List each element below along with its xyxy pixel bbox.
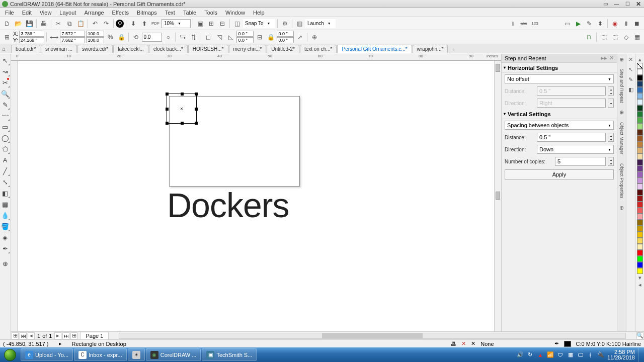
color-eyedropper-tool[interactable]: 💧: [0, 210, 10, 221]
taskbar-item[interactable]: ✶: [128, 348, 145, 361]
new-button[interactable]: 🗋: [2, 19, 12, 29]
maximize-button[interactable]: ☐: [624, 1, 631, 7]
menu-edit[interactable]: Edit: [18, 9, 36, 17]
vtab-object-properties[interactable]: Object Properties: [618, 160, 625, 202]
123-icon[interactable]: 123: [530, 19, 540, 29]
color-swatch[interactable]: [637, 123, 643, 129]
edit-tool-icon[interactable]: ✎: [627, 76, 634, 83]
rotation-input[interactable]: [142, 33, 162, 42]
horizontal-scrollbar[interactable]: [119, 333, 626, 339]
parallel-dimension-tool[interactable]: ╱: [0, 165, 10, 176]
horizontal-ruler[interactable]: 0 10 20 30 40 50 60 70 80 90 inches: [11, 54, 501, 61]
print-button[interactable]: 🖶: [39, 19, 49, 29]
export-button[interactable]: ⬆: [139, 19, 149, 29]
color-swatch[interactable]: [637, 177, 643, 184]
crop-tool[interactable]: ✂: [0, 77, 10, 88]
docker-close-icon[interactable]: ✕: [609, 55, 614, 61]
first-page-button[interactable]: ⏮: [20, 332, 27, 339]
color-swatch[interactable]: [637, 214, 643, 220]
tray-sync-icon[interactable]: ↻: [527, 351, 534, 358]
menu-table[interactable]: Table: [179, 9, 200, 17]
outline-button[interactable]: ▦: [632, 32, 642, 42]
stop-icon[interactable]: ⏹: [632, 19, 642, 29]
corner-shape-2[interactable]: ◹: [214, 32, 224, 42]
menu-tools[interactable]: Tools: [200, 9, 221, 17]
color-swatch[interactable]: [637, 220, 643, 226]
color-swatch[interactable]: [637, 105, 643, 111]
palette-up-icon[interactable]: ▴: [636, 56, 643, 63]
color-swatch[interactable]: [637, 196, 643, 202]
tray-defender-icon[interactable]: 🛡: [557, 351, 564, 358]
show-desktop-button[interactable]: [638, 348, 642, 362]
zoom-tool[interactable]: 🔍: [0, 88, 10, 99]
no-color-swatch[interactable]: [637, 63, 643, 69]
corner-shape-3[interactable]: ◺: [225, 32, 235, 42]
color-swatch[interactable]: [637, 75, 643, 81]
taskbar-item[interactable]: CInbox - expr...: [74, 348, 127, 361]
minimize-button[interactable]: —: [613, 1, 620, 7]
selected-rectangle[interactable]: ×: [167, 94, 197, 124]
color-swatch[interactable]: [637, 69, 643, 75]
status-icon-1[interactable]: 🖶: [451, 341, 456, 347]
rotation-reset-icon[interactable]: ○: [163, 32, 173, 42]
menu-bitmaps[interactable]: Bitmaps: [133, 9, 161, 17]
welcome-screen-icon[interactable]: ⌂: [2, 46, 9, 52]
record-stop-icon[interactable]: ▭: [562, 19, 572, 29]
system-clock[interactable]: 2:58 PM 11/28/2018: [607, 349, 635, 360]
corner4-input[interactable]: [277, 37, 294, 43]
connector-tool[interactable]: ⤡: [0, 176, 10, 188]
y-position-input[interactable]: [19, 37, 44, 43]
v-distance-spinner[interactable]: ▴▾: [608, 133, 614, 142]
corner2-input[interactable]: [236, 37, 254, 43]
launch-icon[interactable]: ▥: [294, 19, 304, 29]
status-icon-3[interactable]: ✕: [471, 340, 475, 347]
color-swatch[interactable]: [637, 141, 643, 147]
help-hint-icon[interactable]: ▭: [602, 1, 609, 7]
tray-power-icon[interactable]: 🔌: [597, 351, 604, 358]
vertical-scrollbar[interactable]: [494, 61, 501, 332]
x-position-input[interactable]: [19, 31, 44, 37]
menu-arrange[interactable]: Arrange: [80, 9, 108, 17]
tray-monitor-icon[interactable]: 🖵: [577, 351, 584, 358]
page-tab[interactable]: Page 1: [80, 332, 109, 340]
vtab-object-manager[interactable]: Object Manager: [618, 119, 625, 157]
color-swatch[interactable]: [637, 256, 643, 262]
color-swatch[interactable]: [637, 87, 643, 93]
scale-y-input[interactable]: [86, 37, 104, 43]
abc-icon[interactable]: abc: [519, 19, 529, 29]
corner3-input[interactable]: [277, 31, 294, 37]
shape-tool[interactable]: ↝: [0, 66, 10, 77]
wrap-text-button[interactable]: ⊕: [309, 32, 319, 42]
color-swatch[interactable]: [637, 268, 643, 274]
vertical-settings-header[interactable]: ▾Vertical Settings: [502, 109, 617, 119]
color-swatch[interactable]: [637, 244, 643, 250]
height-input[interactable]: [60, 37, 85, 43]
add-page-before-button[interactable]: ⊞: [12, 332, 19, 339]
color-swatch[interactable]: [637, 153, 643, 159]
paste-button[interactable]: 📋: [75, 19, 86, 29]
save-button[interactable]: 💾: [24, 19, 34, 29]
color-swatch[interactable]: [637, 93, 643, 99]
rectangle-tool[interactable]: ▭: [0, 121, 10, 132]
color-swatch[interactable]: [637, 232, 643, 238]
doc-tab[interactable]: Untitled-2*: [267, 45, 299, 53]
color-tool-icon[interactable]: ◧: [627, 86, 634, 93]
palette-expand-icon[interactable]: ◂: [636, 281, 643, 288]
hints-icon[interactable]: ✕: [627, 56, 634, 63]
undo-button[interactable]: ↶: [90, 19, 100, 29]
status-icon-2[interactable]: ✕: [461, 340, 466, 347]
macro-icon[interactable]: ◉: [610, 19, 620, 29]
color-swatch[interactable]: [637, 226, 643, 232]
add-page-after-button[interactable]: ⊞: [70, 332, 77, 339]
menu-window[interactable]: Window: [221, 9, 249, 17]
record-edit-icon[interactable]: ✎: [584, 19, 594, 29]
mirror-h-button[interactable]: ⮀: [178, 32, 188, 42]
taskbar-item[interactable]: ◉CorelDRAW ...: [146, 348, 201, 361]
taskbar-item[interactable]: ▣TechSmith S...: [202, 348, 257, 361]
color-swatch[interactable]: [637, 184, 643, 190]
doc-tab[interactable]: HORSESH...*: [188, 45, 228, 53]
copies-spinner[interactable]: ▴▾: [608, 157, 614, 166]
color-swatch[interactable]: [637, 135, 643, 141]
outline-pen-mini-icon[interactable]: ✒: [554, 340, 559, 347]
apply-button[interactable]: Apply: [505, 169, 614, 179]
